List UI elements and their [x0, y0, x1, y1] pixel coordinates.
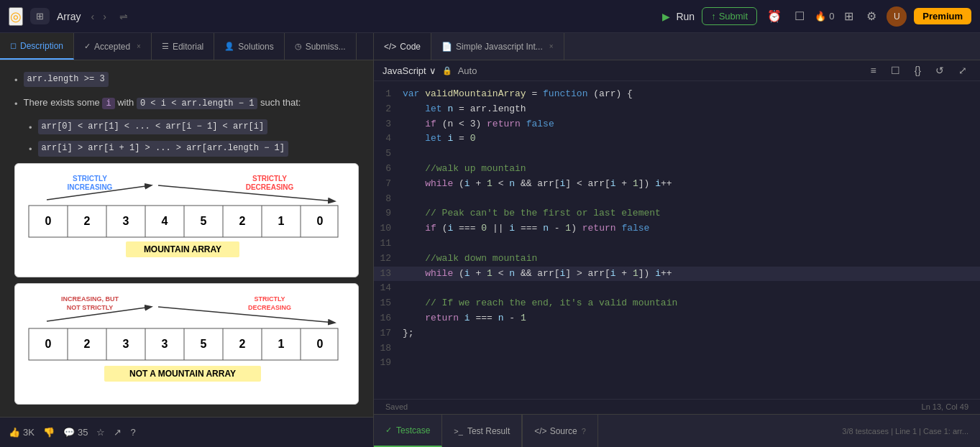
nav-arrows: ‹ › [88, 9, 109, 24]
editorial-icon: ☰ [162, 42, 169, 51]
source-help-icon[interactable]: ? [582, 427, 586, 436]
sub-constraint-1-code: arr[0] < arr[1] < ... < arr[i − 1] < arr… [38, 119, 268, 134]
run-label: Run [676, 11, 695, 22]
line-num-10: 10 [374, 221, 403, 236]
star-icon: ☆ [96, 427, 105, 438]
grid-button[interactable]: ⊞ [841, 6, 856, 26]
svg-rect-7 [29, 206, 338, 237]
line-content-5 [403, 147, 408, 162]
shuffle-button[interactable]: ⇌ [116, 9, 131, 24]
reset-button[interactable]: ↺ [931, 63, 948, 78]
tab-submissions[interactable]: ◷ Submiss... [285, 33, 357, 60]
sub-constraint-1: • arr[0] < arr[1] < ... < arr[i − 1] < a… [29, 119, 359, 136]
tab-editorial[interactable]: ☰ Editorial [152, 33, 214, 60]
simple-js-close-icon[interactable]: × [549, 42, 554, 50]
top-nav: ◎ ⊞ Array ‹ › ⇌ ▶ Run ↑ Submit ⏰ ☐ 🔥 0 ⊞… [0, 0, 980, 33]
svg-text:0: 0 [317, 215, 324, 227]
submit-label: Submit [719, 11, 748, 22]
code-tabs: </> Code 📄 Simple Javascript Int... × [374, 33, 980, 60]
submit-button[interactable]: ↑ Submit [702, 7, 757, 25]
line-content-2: let n = arr.length [403, 102, 526, 117]
left-panel-inner: • arr.length >= 3 • There exists some i … [0, 60, 373, 417]
svg-text:3: 3 [123, 338, 129, 350]
svg-text:INCREASING: INCREASING [68, 183, 113, 191]
dislike-button[interactable]: 👎 [43, 427, 55, 438]
line-num-7: 7 [374, 177, 403, 192]
bottom-status-text: 3/8 testcases | Line 1 | Case 1: arr... [842, 427, 968, 436]
var-i-inline: i [102, 98, 114, 109]
bottom-panel: ✓ Testcase >_ Test Result </> Source ? 3… [374, 414, 980, 447]
help-icon: ? [130, 427, 135, 438]
test-result-label: Test Result [467, 426, 510, 436]
svg-text:2: 2 [239, 338, 246, 350]
fullscreen-button[interactable]: ⤢ [954, 63, 971, 78]
clock-button[interactable]: ⏰ [764, 6, 784, 26]
platform-icon-button[interactable]: ⊞ [30, 8, 50, 24]
comment-icon: 💬 [63, 427, 75, 438]
tab-code[interactable]: </> Code [374, 33, 431, 60]
avatar[interactable]: U [887, 6, 907, 27]
submit-upload-icon: ↑ [711, 11, 716, 22]
code-line-2: 2 let n = arr.length [374, 102, 980, 117]
code-line-5: 5 [374, 147, 980, 162]
line-num-8: 8 [374, 192, 403, 207]
run-play-icon: ▶ [662, 11, 670, 22]
cursor-position: Ln 13, Col 49 [922, 402, 968, 411]
star-button[interactable]: ☆ [96, 427, 105, 438]
chevron-down-icon: ∨ [429, 65, 436, 76]
fire-icon: 🔥 [815, 11, 826, 22]
tab-simple-js[interactable]: 📄 Simple Javascript Int... × [431, 33, 564, 60]
mountain-diagram: STRICTLY INCREASING STRICTLY DECREASING [14, 163, 359, 277]
like-icon: 👍 [9, 427, 20, 438]
sub-constraint-2-code: arr[i] > arr[i + 1] > ... > arr[arr.leng… [38, 141, 288, 156]
premium-button[interactable]: Premium [914, 8, 971, 24]
line-content-7: while (i + 1 < n && arr[i] < arr[i + 1])… [403, 177, 672, 192]
settings-button[interactable]: ⚙ [864, 6, 879, 26]
code-line-19: 19 [374, 356, 980, 371]
line-content-17: }; [403, 326, 414, 341]
line-content-12: //walk down mountain [403, 252, 537, 267]
help-button[interactable]: ? [130, 427, 135, 438]
tab-accepted-label: Accepted [94, 42, 130, 52]
code-line-4: 4 let i = 0 [374, 132, 980, 147]
code-line-7: 7 while (i + 1 < n && arr[i] < arr[i + 1… [374, 177, 980, 192]
run-button[interactable]: ▶ Run [662, 11, 695, 22]
svg-text:0: 0 [45, 215, 52, 227]
svg-text:STRICTLY: STRICTLY [252, 175, 287, 183]
platform-icon: ⊞ [36, 11, 44, 22]
code-tab-icon: </> [384, 42, 396, 52]
svg-text:2: 2 [84, 338, 91, 350]
left-panel-bottom-bar: 👍 3K 👎 💬 35 ☆ ↗ ? [0, 417, 373, 447]
tab-test-result[interactable]: >_ Test Result [442, 415, 522, 447]
panel-content: • arr.length >= 3 • There exists some i … [0, 60, 373, 417]
line-num-2: 2 [374, 102, 403, 117]
tab-description[interactable]: ◻ Description [0, 33, 74, 60]
svg-text:2: 2 [239, 215, 246, 227]
format-button[interactable]: {} [910, 63, 925, 78]
tab-testcase[interactable]: ✓ Testcase [374, 415, 442, 447]
right-panel: </> Code 📄 Simple Javascript Int... × Ja… [374, 33, 980, 447]
like-button[interactable]: 👍 3K [9, 427, 35, 438]
language-selector[interactable]: JavaScript ∨ [383, 65, 436, 76]
line-content-13: while (i + 1 < n && arr[i] > arr[i + 1])… [403, 267, 672, 282]
tab-solutions[interactable]: 👤 Solutions [214, 33, 284, 60]
code-editor[interactable]: 1 var validMountainArray = function (arr… [374, 81, 980, 399]
prev-problem-button[interactable]: ‹ [88, 9, 97, 24]
bookmark-button[interactable]: ☐ [887, 63, 905, 78]
tab-accepted[interactable]: ✓ Accepted × [74, 33, 152, 60]
line-num-5: 5 [374, 147, 403, 162]
code-line-9: 9 // Peak can't be the first or last ele… [374, 206, 980, 221]
accepted-close-icon[interactable]: × [137, 42, 141, 50]
lock-icon: 🔒 [442, 66, 452, 75]
list-view-button[interactable]: ≡ [866, 63, 880, 78]
next-problem-button[interactable]: › [100, 9, 109, 24]
logo-button[interactable]: ◎ [9, 7, 23, 26]
line-num-6: 6 [374, 162, 403, 177]
comment-button[interactable]: 💬 35 [63, 427, 88, 438]
mountain-diagram-svg: STRICTLY INCREASING STRICTLY DECREASING [25, 171, 342, 264]
line-content-19 [403, 356, 408, 371]
svg-text:3: 3 [123, 215, 129, 227]
note-button[interactable]: ☐ [792, 6, 807, 26]
share-button[interactable]: ↗ [114, 427, 122, 438]
svg-text:4: 4 [162, 215, 168, 227]
